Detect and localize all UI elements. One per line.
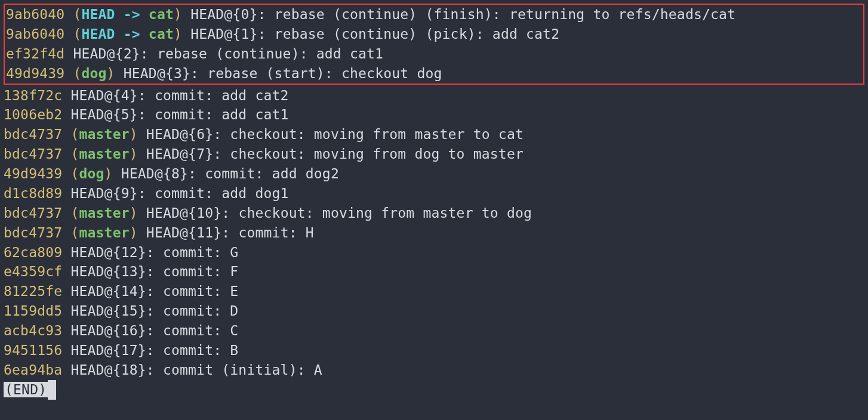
reflog-position: HEAD@{8}: <box>113 166 205 181</box>
commit-hash: 6ea94ba <box>4 362 62 378</box>
ref-paren-open: ( <box>62 205 79 221</box>
branch-name: master <box>79 225 129 240</box>
reflog-line: 81225fe HEAD@{14}: commit: E <box>4 282 864 301</box>
reflog-message: rebase (continue): add cat1 <box>157 46 383 61</box>
reflog-position: HEAD@{0}: <box>182 7 275 22</box>
commit-hash: acb4c93 <box>4 323 62 338</box>
commit-hash: 9ab6040 <box>6 26 64 42</box>
reflog-message: commit: add dog2 <box>205 166 339 181</box>
commit-hash: bdc4737 <box>4 126 62 142</box>
reflog-position: HEAD@{3}: <box>115 66 208 81</box>
arrow-icon: -> <box>115 26 149 42</box>
reflog-message: commit: add cat2 <box>155 88 289 103</box>
branch-name: master <box>79 146 129 162</box>
ref-paren-open: ( <box>62 166 79 181</box>
commit-hash: 9451156 <box>4 342 62 358</box>
reflog-line: 49d9439 (dog) HEAD@{8}: commit: add dog2 <box>4 164 864 184</box>
pager-end-marker: (END) <box>4 382 48 397</box>
reflog-position: HEAD@{4}: <box>62 88 155 103</box>
commit-hash: 1159dd5 <box>4 303 62 319</box>
branch-name: master <box>79 126 129 142</box>
branch-name: dog <box>79 166 104 181</box>
reflog-message: rebase (continue) (finish): returning to… <box>275 7 736 22</box>
reflog-message: commit: E <box>163 283 238 299</box>
reflog-line: d1c8d89 HEAD@{9}: commit: add dog1 <box>4 184 864 203</box>
reflog-line: 9ab6040 (HEAD -> cat) HEAD@{1}: rebase (… <box>6 24 862 44</box>
commit-hash: 1006eb2 <box>4 107 62 122</box>
ref-paren-open: ( <box>62 225 79 240</box>
ref-paren-open: ( <box>64 26 81 42</box>
reflog-position: HEAD@{1}: <box>182 26 275 42</box>
ref-paren-open: ( <box>62 126 79 142</box>
reflog-line: 9ab6040 (HEAD -> cat) HEAD@{0}: rebase (… <box>6 5 862 24</box>
ref-paren-close: ) <box>130 126 138 142</box>
reflog-line: 49d9439 (dog) HEAD@{3}: rebase (start): … <box>6 64 862 84</box>
reflog-line: 6ea94ba HEAD@{18}: commit (initial): A <box>4 360 864 380</box>
commit-hash: 138f72c <box>4 88 62 103</box>
ref-paren-open: ( <box>64 7 81 22</box>
commit-hash: ef32f4d <box>6 46 64 61</box>
reflog-position: HEAD@{13}: <box>62 264 163 279</box>
reflog-line: bdc4737 (master) HEAD@{6}: checkout: mov… <box>4 125 864 144</box>
reflog-message: checkout: moving from dog to master <box>230 146 524 162</box>
reflog-line: 1159dd5 HEAD@{15}: commit: D <box>4 301 864 321</box>
reflog-position: HEAD@{15}: <box>62 303 163 319</box>
reflog-position: HEAD@{18}: <box>62 362 163 378</box>
ref-paren-close: ) <box>107 66 115 81</box>
ref-paren-close: ) <box>130 205 138 221</box>
commit-hash: 81225fe <box>4 283 62 299</box>
branch-name: dog <box>81 66 106 81</box>
arrow-icon: -> <box>115 7 149 22</box>
reflog-message: commit (initial): A <box>163 362 322 378</box>
reflog-position: HEAD@{5}: <box>62 107 155 122</box>
reflog-message: commit: H <box>238 225 313 240</box>
commit-hash: bdc4737 <box>4 146 62 162</box>
branch-name: cat <box>149 26 174 42</box>
reflog-position: HEAD@{17}: <box>62 342 163 358</box>
commit-hash: bdc4737 <box>4 205 62 221</box>
commit-hash: bdc4737 <box>4 225 62 240</box>
reflog-position: HEAD@{6}: <box>138 126 230 142</box>
reflog-position: HEAD@{14}: <box>62 283 163 299</box>
reflog-line: 138f72c HEAD@{4}: commit: add cat2 <box>4 86 864 106</box>
head-ref: HEAD <box>81 26 115 42</box>
ref-paren-close: ) <box>174 26 182 42</box>
reflog-message: commit: add cat1 <box>155 107 289 122</box>
reflog-message: rebase (continue) (pick): add cat2 <box>275 26 560 42</box>
commit-hash: 49d9439 <box>6 66 64 81</box>
reflog-position: HEAD@{12}: <box>62 245 163 260</box>
reflog-message: checkout: moving from master to dog <box>238 205 532 221</box>
commit-hash: e4359cf <box>4 264 62 279</box>
reflog-line: 1006eb2 HEAD@{5}: commit: add cat1 <box>4 105 864 125</box>
ref-paren-close: ) <box>174 7 182 22</box>
reflog-position: HEAD@{16}: <box>62 323 163 338</box>
cursor-icon <box>48 380 56 400</box>
reflog-position: HEAD@{11}: <box>138 225 239 240</box>
commit-hash: 9ab6040 <box>6 7 64 22</box>
commit-hash: 49d9439 <box>4 166 62 181</box>
commit-hash: 62ca809 <box>4 245 62 260</box>
commit-hash: d1c8d89 <box>4 186 62 201</box>
reflog-line: 9451156 HEAD@{17}: commit: B <box>4 341 864 360</box>
ref-paren-close: ) <box>130 146 138 162</box>
reflog-message: commit: F <box>163 264 238 279</box>
reflog-message: commit: add dog1 <box>155 186 289 201</box>
ref-paren-close: ) <box>104 166 113 181</box>
reflog-line: e4359cf HEAD@{13}: commit: F <box>4 262 864 282</box>
branch-name: master <box>79 205 129 221</box>
reflog-message: checkout: moving from master to cat <box>230 126 524 142</box>
reflog-line: bdc4737 (master) HEAD@{11}: commit: H <box>4 223 864 243</box>
reflog-position: HEAD@{10}: <box>138 205 239 221</box>
reflog-position: HEAD@{9}: <box>62 186 155 201</box>
highlighted-reflog-entries: 9ab6040 (HEAD -> cat) HEAD@{0}: rebase (… <box>4 4 864 85</box>
reflog-line: ef32f4d HEAD@{2}: rebase (continue): add… <box>6 44 862 64</box>
ref-paren-open: ( <box>62 146 79 162</box>
reflog-message: rebase (start): checkout dog <box>207 66 442 81</box>
reflog-position: HEAD@{2}: <box>64 46 157 61</box>
head-ref: HEAD <box>81 7 115 22</box>
reflog-message: commit: D <box>163 303 238 319</box>
reflog-line: bdc4737 (master) HEAD@{7}: checkout: mov… <box>4 144 864 164</box>
reflog-line: acb4c93 HEAD@{16}: commit: C <box>4 321 864 341</box>
reflog-line: (END) <box>4 380 864 400</box>
reflog-line: 62ca809 HEAD@{12}: commit: G <box>4 243 864 262</box>
